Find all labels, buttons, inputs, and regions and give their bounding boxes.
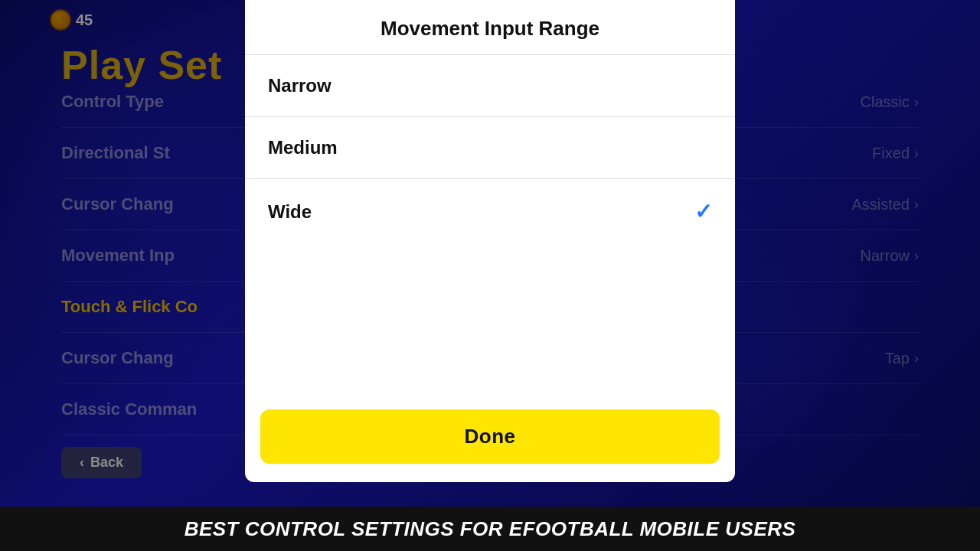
bottom-banner: BEST CONTROL SETTINGS FOR EFOOTBALL MOBI… — [0, 507, 980, 551]
modal-dialog: Movement Input Range Narrow Medium Wide … — [245, 0, 735, 482]
modal-title-bar: Movement Input Range — [245, 0, 735, 55]
option-medium[interactable]: Medium — [245, 117, 735, 179]
banner-text: BEST CONTROL SETTINGS FOR EFOOTBALL MOBI… — [185, 517, 796, 541]
option-narrow[interactable]: Narrow — [245, 55, 735, 117]
modal-options-list: Narrow Medium Wide ✓ — [245, 55, 735, 397]
option-medium-label: Medium — [268, 137, 338, 158]
modal-title: Movement Input Range — [268, 17, 712, 41]
option-wide-label: Wide — [268, 201, 312, 223]
modal-footer: Done — [245, 397, 735, 482]
done-button[interactable]: Done — [260, 409, 720, 464]
selected-checkmark-icon: ✓ — [694, 199, 712, 224]
option-narrow-label: Narrow — [268, 75, 332, 96]
option-wide[interactable]: Wide ✓ — [245, 179, 735, 244]
